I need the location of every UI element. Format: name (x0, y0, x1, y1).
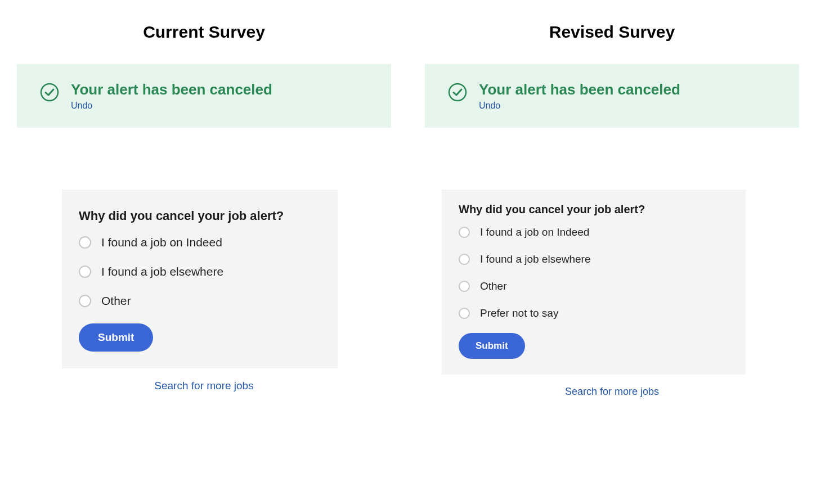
option-label: Other (101, 294, 131, 308)
survey-option[interactable]: I found a job elsewhere (79, 265, 321, 278)
submit-button[interactable]: Submit (459, 333, 525, 359)
radio-icon (459, 281, 470, 292)
survey-option[interactable]: Prefer not to say (459, 307, 729, 320)
radio-icon (459, 254, 470, 265)
survey-card: Why did you cancel your job alert? I fou… (442, 190, 746, 375)
survey-option[interactable]: Other (459, 280, 729, 292)
submit-button[interactable]: Submit (79, 323, 153, 352)
radio-icon (79, 295, 91, 307)
option-label: I found a job elsewhere (480, 253, 590, 266)
option-label: Prefer not to say (480, 307, 558, 320)
svg-point-1 (449, 84, 466, 101)
banner-text: Your alert has been canceled Undo (71, 81, 272, 111)
check-circle-icon (447, 82, 468, 102)
survey-option[interactable]: Other (79, 294, 321, 308)
radio-icon (79, 236, 91, 249)
current-survey-column: Current Survey Your alert has been cance… (17, 22, 391, 398)
option-label: Other (480, 280, 507, 292)
comparison-wrapper: Current Survey Your alert has been cance… (0, 0, 816, 420)
survey-options: I found a job on Indeed I found a job el… (459, 226, 729, 320)
survey-option[interactable]: I found a job on Indeed (79, 236, 321, 249)
undo-link[interactable]: Undo (71, 101, 272, 111)
check-circle-icon (39, 82, 60, 102)
survey-card: Why did you cancel your job alert? I fou… (62, 190, 338, 368)
survey-option[interactable]: I found a job on Indeed (459, 226, 729, 238)
success-banner: Your alert has been canceled Undo (425, 64, 799, 128)
search-more-jobs-link[interactable]: Search for more jobs (425, 386, 799, 398)
banner-message: Your alert has been canceled (71, 81, 272, 98)
radio-icon (459, 308, 470, 319)
survey-option[interactable]: I found a job elsewhere (459, 253, 729, 266)
success-banner: Your alert has been canceled Undo (17, 64, 391, 128)
option-label: I found a job on Indeed (101, 236, 222, 249)
revised-survey-column: Revised Survey Your alert has been cance… (425, 22, 799, 398)
survey-question: Why did you cancel your job alert? (79, 209, 321, 223)
search-more-jobs-link[interactable]: Search for more jobs (17, 380, 391, 392)
radio-icon (79, 266, 91, 278)
radio-icon (459, 227, 470, 238)
column-title: Revised Survey (425, 22, 799, 42)
banner-message: Your alert has been canceled (479, 81, 680, 98)
option-label: I found a job elsewhere (101, 265, 223, 278)
survey-question: Why did you cancel your job alert? (459, 203, 729, 216)
svg-point-0 (41, 84, 58, 101)
undo-link[interactable]: Undo (479, 101, 680, 111)
banner-text: Your alert has been canceled Undo (479, 81, 680, 111)
option-label: I found a job on Indeed (480, 226, 589, 238)
survey-options: I found a job on Indeed I found a job el… (79, 236, 321, 308)
column-title: Current Survey (17, 22, 391, 42)
